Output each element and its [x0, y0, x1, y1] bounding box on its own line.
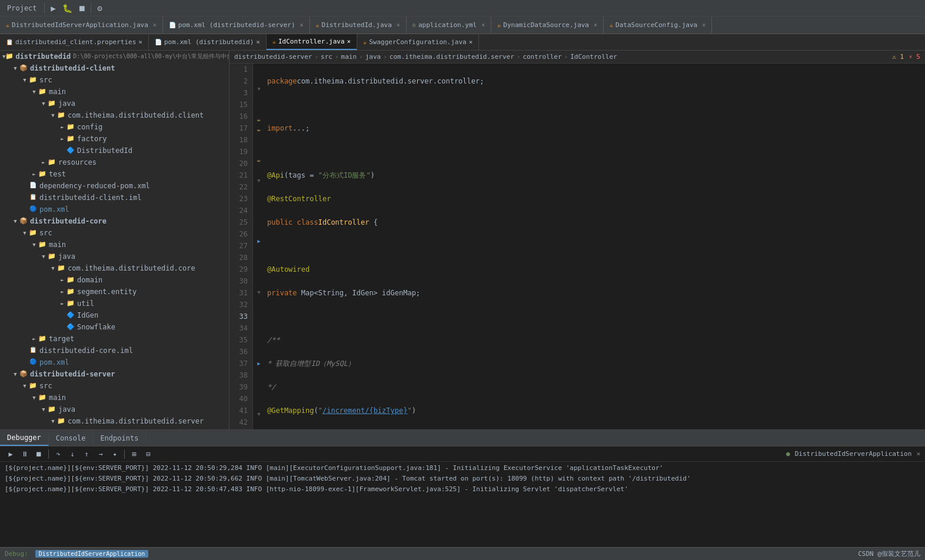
run-cursor-button[interactable]: → [95, 448, 107, 460]
tree-client-iml[interactable]: 📋 distributedid-client.iml [0, 192, 229, 204]
folder-icon: 📁 [38, 170, 47, 178]
tree-core-iml[interactable]: 📋 distributedid-core.iml [0, 345, 229, 356]
tree-core-segment[interactable]: ► 📁 segment.entity [0, 286, 229, 298]
tree-server-java[interactable]: ▼ 📁 java [0, 404, 229, 415]
fold-icon[interactable]: ▼ [257, 178, 260, 184]
close-icon[interactable]: × [702, 22, 706, 28]
code-line-3: import ...; [267, 122, 923, 134]
stop-button[interactable]: ⏹ [75, 2, 88, 15]
tree-server-src[interactable]: ▼ 📁 src [0, 380, 229, 392]
tree-dependency-pom[interactable]: 📄 dependency-reduced-pom.xml [0, 180, 229, 192]
debug-label: Debug: [5, 550, 28, 558]
tree-item-label: pom.xml [39, 358, 69, 366]
code-view[interactable]: 1 2 3 15 16 17 18 19 20 21 22 23 24 25 2… [229, 64, 925, 429]
tree-core-main[interactable]: ▼ 📁 main [0, 239, 229, 251]
tab-endpoints[interactable]: Endpoints [93, 430, 146, 446]
close-icon[interactable]: × [481, 22, 485, 28]
tree-core-target[interactable]: ► 📁 target [0, 333, 229, 345]
breadcrumb: distributedid-server › src › main › java… [229, 51, 925, 64]
tree-distributedid-core[interactable]: ▼ 📦 distributedid-core [0, 215, 229, 227]
tab-client-properties[interactable]: 📋 distributedid_client.properties × [0, 34, 149, 50]
tree-server-pkg[interactable]: ▼ 📁 com.itheima.distributedid.server [0, 415, 229, 427]
pause-button[interactable]: ⏸ [19, 448, 31, 460]
tree-client-pkg[interactable]: ▼ 📁 com.itheima.distributedid.client [0, 109, 229, 121]
gutter-46[interactable]: ▼ [253, 409, 265, 419]
tab-debugger[interactable]: Debugger [0, 430, 49, 446]
stop-button[interactable]: ⏹ [33, 448, 45, 460]
tree-distributedid-client[interactable]: ▼ 📦 distributedid-client [0, 62, 229, 74]
code-text[interactable]: package com.itheima.distributedid.server… [265, 64, 925, 429]
tab-datasourceconfig[interactable]: ☕ DataSourceConfig.java × [604, 16, 712, 34]
folder-icon: 📁 [38, 394, 47, 402]
tree-arrow: ► [31, 171, 38, 177]
gutter-34[interactable]: ▼ [253, 287, 265, 297]
tree-item-label: distributedid-core.iml [39, 346, 133, 355]
tree-item-label: src [39, 382, 52, 390]
tab-console[interactable]: Console [49, 430, 94, 446]
close-icon[interactable]: × [469, 38, 473, 46]
tree-distributedid-class[interactable]: 🔷 DistributedId [0, 145, 229, 156]
tab-distributedidserverapplication[interactable]: ☕ DistributedIdServerApplication.java × [0, 16, 163, 34]
step-out-button[interactable]: ↑ [81, 448, 92, 460]
tree-core-java[interactable]: ▼ 📁 java [0, 251, 229, 262]
tree-root-distributedid[interactable]: ▼ 📁 distributedid D:\00-projects\000-all… [0, 51, 229, 62]
tree-client-test[interactable]: ► 📁 test [0, 168, 229, 180]
close-icon[interactable]: × [347, 38, 351, 45]
collapse-button[interactable]: ⊟ [142, 448, 154, 460]
tree-distributedid-server[interactable]: ▼ 📦 distributedid-server [0, 368, 229, 380]
fold-icon[interactable]: ▼ [257, 86, 260, 92]
tab-application-yml[interactable]: ⚙ application.yml × [407, 16, 491, 34]
run-gutter-icon[interactable]: ▶ [257, 361, 260, 366]
debug-button[interactable]: 🐛 [61, 2, 74, 15]
tree-client-resources[interactable]: ► 📁 resources [0, 156, 229, 168]
tree-core-pkg[interactable]: ▼ 📁 com.itheima.distributedid.core [0, 262, 229, 274]
step-over-button[interactable]: ↷ [52, 448, 64, 460]
tree-client-pom[interactable]: 🔵 pom.xml [0, 204, 229, 215]
close-icon[interactable]: × [153, 22, 157, 28]
tab-pom-distributedid[interactable]: 📄 pom.xml (distributedid) × [149, 34, 267, 50]
evaluate-button[interactable]: ✦ [109, 448, 121, 460]
tree-core-pom[interactable]: 🔵 pom.xml [0, 356, 229, 368]
tab-distributedid[interactable]: ☕ DistributedId.java × [310, 16, 407, 34]
tab-idcontroller[interactable]: ☕ IdController.java × [267, 34, 357, 50]
line-num-24: 24 [232, 205, 248, 216]
close-icon[interactable]: × [594, 22, 597, 28]
tree-client-main[interactable]: ▼ 📁 main [0, 86, 229, 98]
close-icon[interactable]: × [138, 38, 142, 46]
close-icon[interactable]: × [300, 22, 304, 28]
expand-button[interactable]: ⊞ [128, 448, 140, 460]
close-icon[interactable]: × [256, 38, 260, 46]
app-name-button[interactable]: DistributedIdServerApplication [35, 550, 149, 558]
run-button[interactable]: ▶ [47, 2, 60, 15]
settings-button[interactable]: ⚙ [94, 2, 107, 15]
folder-icon: 📁 [38, 335, 47, 343]
tree-core-src[interactable]: ▼ 📁 src [0, 227, 229, 239]
close-icon[interactable]: × [397, 22, 400, 28]
tree-client-src[interactable]: ▼ 📁 src [0, 74, 229, 86]
tree-idgen-class[interactable]: 🔷 IdGen [0, 309, 229, 321]
fold-icon[interactable]: ▼ [257, 289, 260, 295]
tab-pom-server[interactable]: 📄 pom.xml (distributedid-server) × [163, 16, 310, 34]
debug-close-icon[interactable]: × [916, 450, 920, 458]
step-into-button[interactable]: ↓ [66, 448, 78, 460]
tree-client-java[interactable]: ▼ 📁 java [0, 98, 229, 109]
log-line-1: [${project.name}][${env:SERVER_PORT}] 20… [5, 463, 920, 474]
toolbar-sep-2 [91, 3, 91, 14]
tree-client-factory[interactable]: ► 📁 factory [0, 133, 229, 145]
tree-core-domain[interactable]: ► 📁 domain [0, 274, 229, 286]
resume-button[interactable]: ▶ [5, 448, 16, 460]
run-gutter-icon[interactable]: ▶ [257, 238, 260, 244]
fold-icon[interactable]: ▼ [257, 411, 260, 417]
breadcrumb-item: src [321, 53, 332, 61]
pencil-icon: ✏ [257, 157, 261, 164]
tab-dynamicdatasource[interactable]: ☕ DynamicDataSource.java × [491, 16, 604, 34]
tree-snowflake-class[interactable]: 🔷 Snowflake [0, 321, 229, 333]
gutter-23[interactable]: ▼ [253, 175, 265, 185]
tab-swaggerconfig[interactable]: ☕ SwaggerConfiguration.java × [357, 34, 479, 50]
gutter-3[interactable]: ▼ [253, 84, 265, 94]
gutter-30 [253, 246, 265, 256]
tree-server-main[interactable]: ▼ 📁 main [0, 392, 229, 404]
tree-core-util[interactable]: ► 📁 util [0, 298, 229, 309]
tree-client-config[interactable]: ► 📁 config [0, 121, 229, 133]
module-icon: 📦 [19, 64, 28, 72]
